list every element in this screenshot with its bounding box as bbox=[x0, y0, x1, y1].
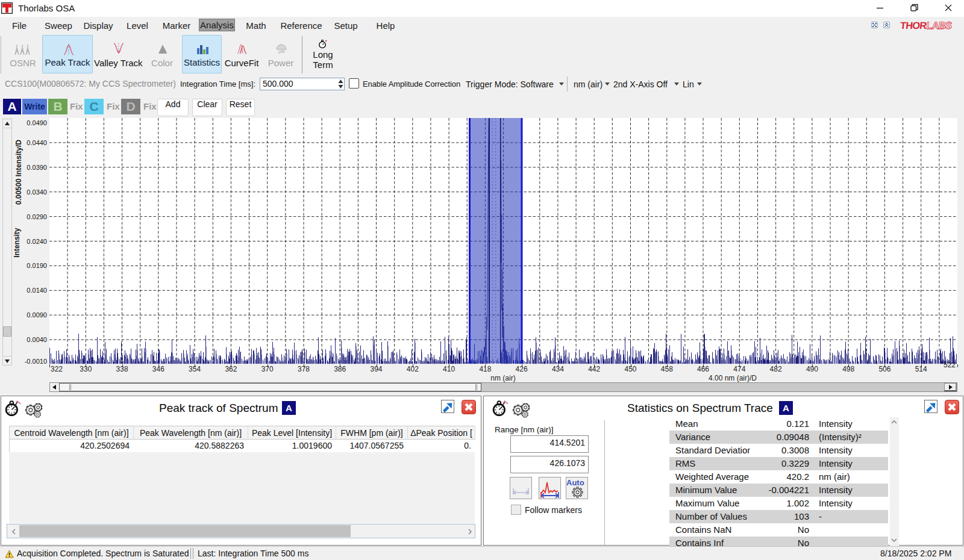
svg-text:μW: μW bbox=[278, 49, 285, 54]
svg-text:THOR: THOR bbox=[900, 20, 927, 31]
svg-text:LABS: LABS bbox=[926, 20, 953, 31]
